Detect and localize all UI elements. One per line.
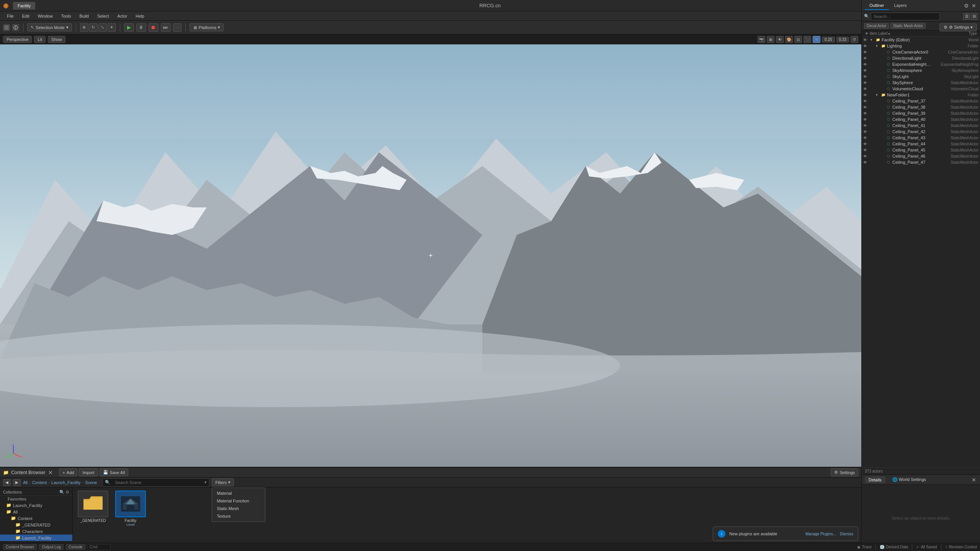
outliner-row[interactable]: 👁 ⬡ Ceiling_Panel_37 StaticMeshActor (862, 98, 980, 104)
show-button[interactable]: Show (48, 36, 65, 43)
outliner-row[interactable]: 👁 ⬡ Ceiling_Panel_45 StaticMeshActor (862, 147, 980, 153)
breadcrumb-scene[interactable]: Scene (85, 480, 97, 485)
menu-actor[interactable]: Actor (114, 13, 131, 19)
facility-tab[interactable]: Facility (13, 2, 35, 10)
cb-add-button[interactable]: + Add (59, 468, 77, 476)
menu-select[interactable]: Select (93, 13, 113, 19)
source-tree-item[interactable]: 📁 Launch_Facility (0, 502, 72, 509)
translate-tool[interactable]: ⊕ (80, 23, 88, 32)
outliner-row[interactable]: 👁 ⬡ CineCameraActor0 CineCameraActor (862, 49, 980, 55)
filters-button[interactable]: Filters ▾ (212, 478, 234, 486)
scale-tool[interactable]: ⤡ (98, 23, 107, 32)
eye-icon[interactable]: 👁 (863, 68, 869, 73)
layout-icon[interactable]: ⊡ (794, 36, 802, 43)
outliner-row[interactable]: 👁 ⬡ SkySphere StaticMeshActor (862, 80, 980, 86)
source-settings-icon[interactable]: ⚙ (65, 490, 69, 495)
outliner-row[interactable]: 👁 ⬡ Ceiling_Panel_44 StaticMeshActor (862, 141, 980, 147)
source-search-icon[interactable]: 🔍 (59, 490, 65, 495)
maximize-viewport-icon[interactable]: ⬛ (804, 36, 811, 43)
source-tree-item[interactable]: Favorites (0, 496, 72, 502)
breadcrumb-all[interactable]: All (23, 480, 28, 485)
world-settings-tab[interactable]: 🌐 World Settings (889, 476, 930, 483)
realtime-icon[interactable]: ⏱ (851, 36, 858, 43)
outliner-row[interactable]: 👁 ⬡ Ceiling_Panel_40 StaticMeshActor (862, 116, 980, 122)
expand-icon[interactable]: ▾ (869, 37, 874, 42)
view-mode-icon[interactable]: 👁 (776, 36, 784, 43)
menu-tools[interactable]: Tools (57, 13, 75, 19)
perspective-button[interactable]: Perspective (3, 36, 32, 43)
eye-icon[interactable]: 👁 (863, 124, 869, 128)
eye-icon[interactable]: 👁 (863, 160, 869, 165)
selection-mode-button[interactable]: ↖ Selection Mode ▾ (27, 23, 72, 31)
dismiss-button[interactable]: Dismiss (840, 532, 853, 536)
menu-window[interactable]: Window (34, 13, 57, 19)
outliner-row[interactable]: 👁 ▾ 📁 NewFolder1 Folder (862, 92, 980, 98)
rotate-tool[interactable]: ↻ (89, 23, 98, 32)
eye-icon[interactable]: 👁 (863, 105, 869, 109)
manage-plugins-button[interactable]: Manage Plugins... (805, 532, 836, 536)
outliner-settings-icon[interactable]: ⚙ (963, 3, 969, 9)
main-viewport[interactable]: + X Y Z (0, 44, 861, 467)
eye-icon[interactable]: 👁 (863, 81, 869, 85)
source-tree-item[interactable]: 📁 All (0, 509, 72, 515)
play-options[interactable]: ⋯ (173, 23, 181, 32)
cb-search-dropdown[interactable]: ▾ (202, 480, 209, 485)
step-button[interactable]: ⏭ (161, 23, 171, 32)
details-tab[interactable]: Details (865, 476, 885, 483)
outliner-row[interactable]: 👁 ⬡ Ceiling_Panel_39 StaticMeshActor (862, 110, 980, 116)
eye-icon[interactable]: 👁 (863, 93, 869, 97)
cb-search-input[interactable] (113, 479, 202, 486)
render-icon[interactable]: 🎨 (785, 36, 793, 43)
eye-icon[interactable]: 👁 (863, 154, 869, 158)
asset-facility[interactable]: Facility Level (113, 491, 148, 527)
outliner-close-icon[interactable]: ✕ (971, 3, 977, 9)
outliner-row[interactable]: 👁 ⬡ VolumetricCloud VolumetricCloud (862, 86, 980, 92)
eye-icon[interactable]: 👁 (863, 38, 869, 42)
toolbar-icon-2[interactable] (12, 24, 19, 31)
eye-icon[interactable]: 👁 (863, 148, 869, 152)
universal-tool[interactable]: ✦ (108, 23, 116, 32)
frame-mode[interactable]: 5l (813, 36, 820, 43)
play-button[interactable]: ▶ (124, 23, 134, 32)
source-tree-item[interactable]: 📁 Launch_Facility (0, 535, 72, 541)
outliner-row[interactable]: 👁 ⬡ Ceiling_Panel_42 StaticMeshActor (862, 129, 980, 135)
outliner-row[interactable]: 👁 ▾ 📁 Facility (Editor) World (862, 37, 980, 43)
source-tree-item[interactable]: 📁 _GENERATED (0, 522, 72, 528)
outliner-row[interactable]: 👁 ⬡ Ceiling_Panel_46 StaticMeshActor (862, 153, 980, 159)
outliner-row[interactable]: 👁 ⬡ Ceiling_Panel_38 StaticMeshActor (862, 104, 980, 110)
eye-icon[interactable]: 👁 (863, 87, 869, 91)
cb-back-button[interactable]: ◀ (3, 479, 11, 486)
outliner-collapse-icon[interactable]: ⊟ (971, 13, 978, 20)
outliner-row[interactable]: 👁 ⬡ Ceiling_Panel_41 StaticMeshActor (862, 122, 980, 129)
console-tab[interactable]: Console (66, 544, 85, 550)
outliner-row[interactable]: 👁 ⬡ SkyAtmosphere SkyAtmosphere (862, 67, 980, 73)
outliner-row[interactable]: 👁 ⬡ ExponentialHeightFog ExponentialHeig… (862, 61, 980, 67)
expand-icon[interactable]: ▾ (874, 43, 879, 49)
output-log-tab[interactable]: Output Log (39, 544, 63, 550)
eye-icon[interactable]: 👁 (863, 142, 869, 146)
cb-forward-button[interactable]: ▶ (13, 479, 21, 486)
stop-button[interactable]: ⏹ (149, 23, 158, 32)
menu-build[interactable]: Build (76, 13, 93, 19)
outliner-row[interactable]: 👁 ▾ 📁 Lighting Folder (862, 43, 980, 49)
outliner-row[interactable]: 👁 ⬡ Ceiling_Panel_47 StaticMeshActor (862, 159, 980, 165)
breadcrumb-content[interactable]: Content (32, 480, 47, 485)
layers-tab[interactable]: Layers (890, 2, 911, 10)
toolbar-icon-1[interactable] (3, 24, 10, 31)
cmd-input[interactable] (88, 544, 111, 550)
filter-material-function[interactable]: Material Function (212, 497, 265, 505)
cb-settings-button[interactable]: ⚙ Settings (831, 468, 858, 476)
grid-icon[interactable]: ⊞ (767, 36, 774, 43)
expand-icon[interactable]: ▾ (874, 92, 879, 98)
asset-generated[interactable]: _GENERATED (76, 491, 110, 527)
lit-button[interactable]: Lit (34, 36, 46, 43)
menu-help[interactable]: Help (132, 13, 148, 19)
eye-icon[interactable]: 👁 (863, 44, 869, 48)
eye-icon[interactable]: 👁 (863, 62, 869, 67)
breadcrumb-launch-facility[interactable]: Launch_Facility (51, 480, 80, 485)
content-browser-tab[interactable]: Content Browser (3, 544, 37, 550)
outliner-row[interactable]: 👁 ⬡ DirectionalLight DirectionalLight (862, 55, 980, 61)
cb-save-all-button[interactable]: 💾 Save All (100, 468, 129, 476)
filter-decal-actor[interactable]: Decal Actor (864, 23, 889, 29)
filter-texture[interactable]: Texture (212, 512, 265, 520)
